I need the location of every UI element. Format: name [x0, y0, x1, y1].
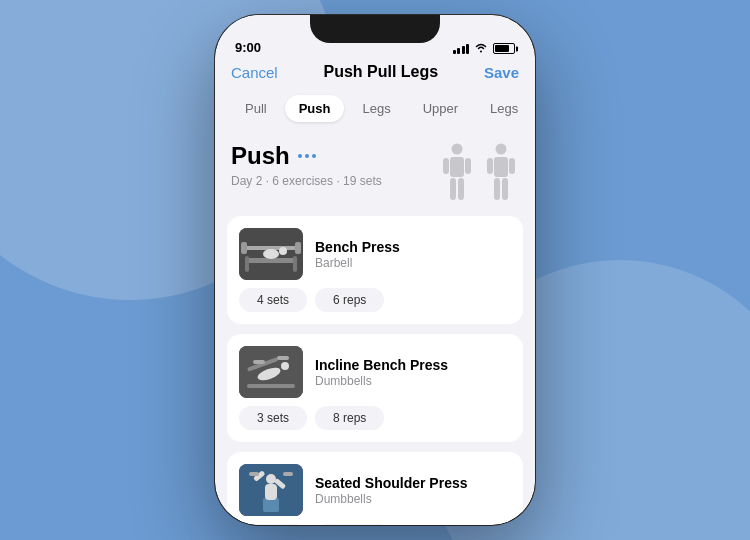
- exercise-card-1[interactable]: Bench Press Barbell 4 sets 6 reps: [227, 216, 523, 324]
- exercise-name-2: Incline Bench Press: [315, 357, 448, 373]
- svg-rect-26: [253, 360, 265, 364]
- exercise-thumbnail-1: [239, 228, 303, 280]
- svg-point-0: [452, 144, 463, 155]
- exercise-name-3: Seated Shoulder Press: [315, 475, 468, 491]
- svg-rect-7: [494, 157, 508, 177]
- push-section-title: Push: [231, 142, 290, 170]
- notch: [310, 15, 440, 43]
- svg-rect-10: [494, 178, 500, 200]
- nav-bar: Cancel Push Pull Legs Save: [215, 59, 535, 91]
- tab-upper[interactable]: Upper: [409, 95, 472, 122]
- svg-rect-22: [247, 384, 295, 388]
- svg-point-31: [266, 474, 276, 484]
- exercise-name-1: Bench Press: [315, 239, 400, 255]
- signal-icon: [453, 44, 470, 54]
- svg-rect-1: [450, 157, 464, 177]
- cancel-button[interactable]: Cancel: [231, 64, 278, 81]
- tab-legs-1[interactable]: Legs: [348, 95, 404, 122]
- svg-point-25: [281, 362, 289, 370]
- sets-tag-2[interactable]: 3 sets: [239, 406, 307, 430]
- svg-rect-35: [283, 472, 293, 476]
- reps-tag-2[interactable]: 8 reps: [315, 406, 384, 430]
- svg-rect-9: [509, 158, 515, 174]
- exercise-thumbnail-2: [239, 346, 303, 398]
- svg-rect-34: [249, 472, 259, 476]
- save-button[interactable]: Save: [484, 64, 519, 81]
- tab-bar: Pull Push Legs Upper Legs: [215, 91, 535, 132]
- tab-legs-2[interactable]: Legs: [476, 95, 532, 122]
- svg-rect-2: [443, 158, 449, 174]
- svg-rect-15: [293, 256, 297, 272]
- exercise-tags-1: 4 sets 6 reps: [239, 288, 511, 312]
- tab-pull[interactable]: Pull: [231, 95, 281, 122]
- reps-tag-1[interactable]: 6 reps: [315, 288, 384, 312]
- exercise-card-2[interactable]: Incline Bench Press Dumbbells 3 sets 8 r…: [227, 334, 523, 442]
- screen: 9:00: [215, 15, 535, 525]
- phone-frame: 9:00: [215, 15, 535, 525]
- svg-point-6: [496, 144, 507, 155]
- content-area: Push Day 2 · 6 exercises · 19 sets: [215, 132, 535, 525]
- sets-tag-3[interactable]: 3 sets: [239, 524, 307, 525]
- svg-rect-30: [265, 484, 277, 500]
- push-subtitle: Day 2 · 6 exercises · 19 sets: [231, 174, 382, 188]
- exercise-equipment-3: Dumbbells: [315, 492, 468, 506]
- tab-push[interactable]: Push: [285, 95, 345, 122]
- svg-point-19: [263, 249, 279, 259]
- body-front-icon: [439, 142, 475, 202]
- exercise-tags-3: 3 sets 10 reps: [239, 524, 511, 525]
- sets-tag-1[interactable]: 4 sets: [239, 288, 307, 312]
- exercise-tags-2: 3 sets 8 reps: [239, 406, 511, 430]
- svg-rect-11: [502, 178, 508, 200]
- body-back-icon: [483, 142, 519, 202]
- exercise-card-3[interactable]: Seated Shoulder Press Dumbbells 3 sets 1…: [227, 452, 523, 525]
- svg-point-20: [279, 247, 287, 255]
- more-options-button[interactable]: [298, 154, 316, 158]
- svg-rect-8: [487, 158, 493, 174]
- svg-rect-4: [450, 178, 456, 200]
- reps-tag-3[interactable]: 10 reps: [315, 524, 391, 525]
- svg-rect-3: [465, 158, 471, 174]
- wifi-icon: [474, 42, 488, 55]
- svg-rect-17: [241, 242, 247, 254]
- exercise-list: Bench Press Barbell 4 sets 6 reps: [215, 216, 535, 525]
- nav-title: Push Pull Legs: [323, 63, 438, 81]
- svg-rect-29: [263, 498, 279, 512]
- battery-icon: [493, 43, 515, 54]
- exercise-thumbnail-3: [239, 464, 303, 516]
- status-icons: [453, 42, 516, 55]
- svg-rect-5: [458, 178, 464, 200]
- svg-rect-18: [295, 242, 301, 254]
- push-header: Push Day 2 · 6 exercises · 19 sets: [215, 132, 535, 216]
- exercise-equipment-2: Dumbbells: [315, 374, 448, 388]
- svg-rect-14: [245, 256, 249, 272]
- body-figure: [439, 142, 519, 202]
- svg-rect-27: [277, 356, 289, 360]
- status-time: 9:00: [235, 40, 261, 55]
- exercise-equipment-1: Barbell: [315, 256, 400, 270]
